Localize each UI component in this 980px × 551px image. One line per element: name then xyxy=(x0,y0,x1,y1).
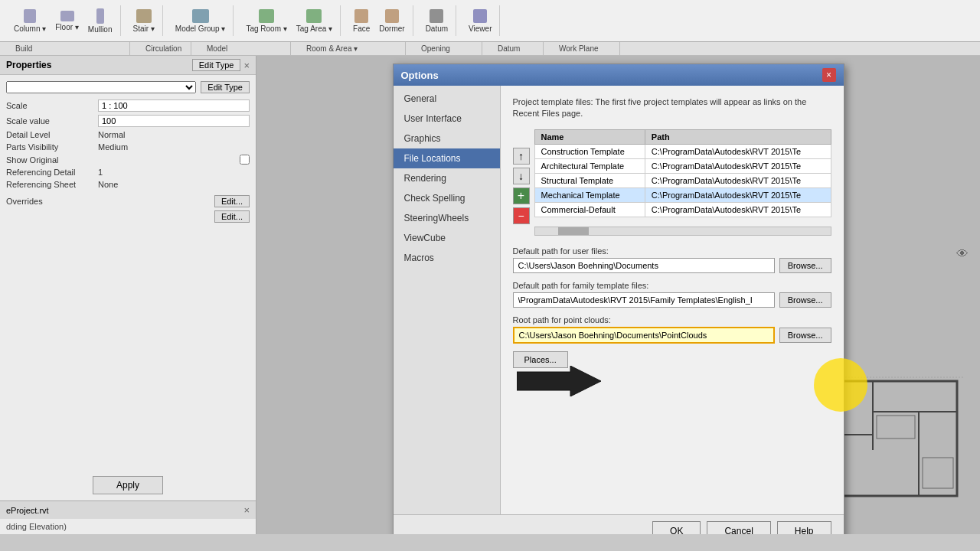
col-path: Path xyxy=(645,129,831,144)
row-path: C:\ProgramData\Autodesk\RVT 2015\Te xyxy=(645,187,831,202)
family-template-input[interactable] xyxy=(513,292,775,308)
column-button[interactable]: Column ▾ xyxy=(11,8,49,34)
col-name: Name xyxy=(534,129,645,144)
dialog-footer: OK Cancel Help xyxy=(394,514,844,534)
table-scrollbar-h[interactable] xyxy=(534,227,831,236)
ref-detail-row: Referencing Detail 1 xyxy=(6,166,250,178)
menu-user-interface[interactable]: User Interface xyxy=(394,109,500,129)
table-row[interactable]: Architectural Template C:\ProgramData\Au… xyxy=(534,158,831,173)
opening-label: Opening xyxy=(406,42,482,55)
left-panel: Properties Edit Type × Edit Type Scale xyxy=(0,56,256,534)
apply-container: Apply xyxy=(0,470,256,500)
floor-button[interactable]: Floor ▾ xyxy=(52,9,82,33)
tag-area-button[interactable]: Tag Area ▾ xyxy=(293,8,335,34)
table-row-selected[interactable]: Mechanical Template C:\ProgramData\Autod… xyxy=(534,187,831,202)
sort-asc-button[interactable]: ↑ xyxy=(513,148,530,165)
ok-button[interactable]: OK xyxy=(652,521,701,534)
user-files-row: Browse... xyxy=(513,258,831,273)
opening-group: Face Dormer xyxy=(345,5,413,36)
user-files-group: Default path for user files: Browse... xyxy=(513,246,831,273)
row-path: C:\ProgramData\Autodesk\RVT 2015\Te xyxy=(645,158,831,173)
project-panel: eProject.rvt × xyxy=(0,500,256,519)
family-template-group: Default path for family template files: … xyxy=(513,281,831,308)
menu-general[interactable]: General xyxy=(394,89,500,109)
user-files-input[interactable] xyxy=(513,258,775,273)
point-cloud-label: Root path for point clouds: xyxy=(513,315,831,324)
view-type-select[interactable] xyxy=(6,81,196,93)
panel-title: Properties xyxy=(6,60,51,70)
family-template-browse-btn[interactable]: Browse... xyxy=(779,292,831,308)
overrides-edit-btn[interactable]: Edit... xyxy=(214,195,250,207)
edit-type-button-2[interactable]: Edit Type xyxy=(201,81,250,93)
row-name: Construction Template xyxy=(534,144,645,158)
stair-group: Stair ▾ xyxy=(126,5,163,36)
remove-row-button[interactable]: − xyxy=(513,207,530,224)
table-row[interactable]: Construction Template C:\ProgramData\Aut… xyxy=(534,144,831,158)
menu-file-locations[interactable]: File Locations xyxy=(394,148,500,168)
table-row[interactable]: Commercial-Default C:\ProgramData\Autode… xyxy=(534,202,831,217)
menu-graphics[interactable]: Graphics xyxy=(394,129,500,148)
scale-input[interactable] xyxy=(98,99,250,112)
mullion-button[interactable]: Mullion xyxy=(85,7,116,35)
overrides-row-2: Edit... xyxy=(6,209,250,224)
dialog-title: Options xyxy=(401,70,439,81)
row-name: Structural Template xyxy=(534,173,645,187)
point-cloud-browse-btn[interactable]: Browse... xyxy=(779,328,831,343)
room-area-label: Room & Area ▾ xyxy=(291,42,406,55)
dialog-titlebar: Options × xyxy=(394,64,844,86)
canvas-area: 👁 Options × xyxy=(256,56,980,534)
show-original-checkbox[interactable] xyxy=(240,155,250,165)
sort-desc-button[interactable]: ↓ xyxy=(513,168,530,184)
apply-button[interactable]: Apply xyxy=(93,476,163,494)
project-close-btn[interactable]: × xyxy=(243,504,250,516)
options-dialog: Options × General User Interface Graphic… xyxy=(393,64,844,534)
point-cloud-row: Browse... xyxy=(513,327,831,344)
main-toolbar: Column ▾ Floor ▾ Mullion Stair ▾ Model G… xyxy=(0,0,980,42)
work-plane-label: Work Plane xyxy=(544,42,620,55)
menu-rendering[interactable]: Rendering xyxy=(394,168,500,188)
building-label: dding Elevation) xyxy=(0,519,256,534)
yellow-highlight-circle xyxy=(814,358,867,412)
menu-check-spelling[interactable]: Check Spelling xyxy=(394,188,500,208)
datum-group: Datum xyxy=(418,5,456,36)
dormer-button[interactable]: Dormer xyxy=(376,8,407,34)
model-group-button[interactable]: Model Group ▾ xyxy=(172,8,229,34)
dialog-close-button[interactable]: × xyxy=(822,68,836,82)
overrides-row: Overrides Edit... xyxy=(6,194,250,209)
point-cloud-input[interactable] xyxy=(513,327,775,344)
tag-room-button[interactable]: Tag Room ▾ xyxy=(243,8,289,34)
arrow-annotation xyxy=(517,366,601,396)
edit-type-button[interactable]: Edit Type xyxy=(192,59,241,71)
user-files-label: Default path for user files: xyxy=(513,246,831,256)
work-plane-group: Viewer xyxy=(461,5,500,36)
svg-marker-9 xyxy=(517,366,601,396)
menu-steering-wheels[interactable]: SteeringWheels xyxy=(394,208,500,228)
properties-content: Edit Type Scale Scale value Detail Level… xyxy=(0,75,256,470)
build-label: Build xyxy=(0,42,130,55)
ref-detail-value: 1 xyxy=(98,168,250,177)
main-area: Properties Edit Type × Edit Type Scale xyxy=(0,56,980,534)
user-files-browse-btn[interactable]: Browse... xyxy=(779,258,831,273)
datum-button[interactable]: Datum xyxy=(423,8,451,34)
dialog-main-content: Project template files: The first five p… xyxy=(501,86,844,514)
menu-macros[interactable]: Macros xyxy=(394,248,500,268)
dialog-overlay: Options × General User Interface Graphic… xyxy=(256,56,980,534)
cancel-button[interactable]: Cancel xyxy=(707,521,770,534)
family-template-row: Browse... xyxy=(513,292,831,308)
detail-level-row: Detail Level Normal xyxy=(6,129,250,141)
overrides-edit-btn-2[interactable]: Edit... xyxy=(214,210,250,223)
add-row-button[interactable]: + xyxy=(513,187,530,204)
table-row[interactable]: Structural Template C:\ProgramData\Autod… xyxy=(534,173,831,187)
dialog-sidebar: General User Interface Graphics File Loc… xyxy=(394,86,501,514)
dialog-body: General User Interface Graphics File Loc… xyxy=(394,86,844,514)
stair-button[interactable]: Stair ▾ xyxy=(130,8,158,34)
template-table-scroll: Name Path Construction Template C:\Progr… xyxy=(534,129,831,239)
section-labels: Build Circulation Model Room & Area ▾ Op… xyxy=(0,42,980,56)
scale-value-input[interactable] xyxy=(98,115,250,127)
row-path: C:\ProgramData\Autodesk\RVT 2015\Te xyxy=(645,144,831,158)
panel-close-button[interactable]: × xyxy=(243,60,250,71)
face-button[interactable]: Face xyxy=(350,8,373,34)
viewer-button[interactable]: Viewer xyxy=(466,8,495,34)
menu-view-cube[interactable]: ViewCube xyxy=(394,228,500,248)
help-button[interactable]: Help xyxy=(777,521,831,534)
